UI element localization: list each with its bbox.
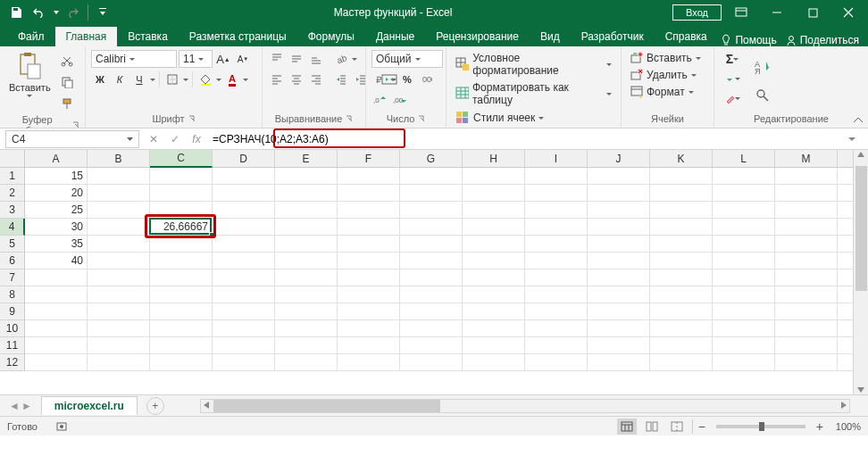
cell[interactable] <box>463 303 525 320</box>
cell[interactable] <box>713 303 775 320</box>
cell[interactable] <box>150 202 213 219</box>
cell[interactable] <box>400 168 463 185</box>
collapse-ribbon-icon[interactable] <box>852 113 864 126</box>
cell[interactable] <box>463 168 525 185</box>
font-color-icon[interactable]: A <box>223 70 241 88</box>
cell[interactable] <box>88 202 150 219</box>
cell[interactable] <box>338 253 400 269</box>
cell[interactable] <box>588 354 650 371</box>
tab-layout[interactable]: Разметка страницы <box>179 27 297 46</box>
close-icon[interactable] <box>832 0 864 25</box>
dialog-launcher-icon[interactable] <box>72 121 79 129</box>
cell[interactable] <box>588 320 650 337</box>
scroll-left-icon[interactable] <box>204 402 209 409</box>
row-headers[interactable]: 123456789101112 <box>0 168 25 371</box>
vertical-scrollbar[interactable] <box>853 150 868 394</box>
cell[interactable] <box>275 320 338 337</box>
cell[interactable] <box>275 236 338 253</box>
row-header[interactable]: 12 <box>0 354 25 371</box>
cell[interactable]: 20 <box>25 185 88 202</box>
cell[interactable]: 40 <box>25 253 88 269</box>
new-sheet-button[interactable]: + <box>146 397 164 415</box>
page-layout-view-icon[interactable] <box>642 419 662 435</box>
cell[interactable]: 25 <box>25 202 88 219</box>
cell[interactable] <box>338 286 400 303</box>
cell[interactable] <box>650 168 713 185</box>
delete-cells-button[interactable]: Удалить <box>627 67 705 83</box>
sheet-nav-prev-icon[interactable]: ◄ <box>9 400 20 412</box>
cell[interactable]: 35 <box>25 236 88 253</box>
scroll-up-icon[interactable] <box>857 152 864 157</box>
align-middle-icon[interactable] <box>288 50 305 68</box>
row-header[interactable]: 9 <box>0 303 25 320</box>
cell[interactable] <box>713 219 775 236</box>
column-header[interactable]: D <box>213 150 275 168</box>
cell[interactable] <box>338 202 400 219</box>
number-format-combo[interactable]: Общий <box>371 50 443 68</box>
share-button[interactable]: Поделиться <box>786 34 859 46</box>
cell[interactable] <box>525 219 588 236</box>
cell[interactable] <box>713 286 775 303</box>
login-button[interactable]: Вход <box>672 4 722 21</box>
maximize-icon[interactable] <box>797 0 829 25</box>
cell[interactable] <box>525 337 588 354</box>
cell[interactable] <box>150 354 213 371</box>
column-header[interactable]: K <box>650 150 713 168</box>
tell-me-button[interactable]: Помощь <box>721 34 776 46</box>
cell[interactable] <box>150 320 213 337</box>
cell[interactable] <box>713 337 775 354</box>
cell[interactable] <box>713 202 775 219</box>
align-bottom-icon[interactable] <box>307 50 325 68</box>
cell[interactable] <box>775 303 838 320</box>
cell[interactable] <box>463 286 525 303</box>
increase-font-icon[interactable]: A▲ <box>214 50 232 68</box>
scroll-thumb[interactable] <box>855 166 867 291</box>
scroll-thumb[interactable] <box>213 400 440 412</box>
cell[interactable] <box>338 219 400 236</box>
cell[interactable] <box>525 286 588 303</box>
fill-icon[interactable] <box>720 70 745 87</box>
cell[interactable] <box>213 202 275 219</box>
undo-icon[interactable] <box>29 2 50 23</box>
row-header[interactable]: 4 <box>0 219 25 236</box>
cell[interactable] <box>88 320 150 337</box>
column-header[interactable]: C <box>150 150 213 168</box>
cell[interactable] <box>588 253 650 269</box>
zoom-out-icon[interactable]: − <box>698 419 705 434</box>
cell[interactable] <box>400 253 463 269</box>
cell[interactable] <box>150 269 213 286</box>
column-header[interactable]: H <box>463 150 525 168</box>
decrease-decimal-icon[interactable]: ,00 <box>391 91 409 109</box>
cell[interactable] <box>400 303 463 320</box>
tab-home[interactable]: Главная <box>55 27 118 46</box>
cell[interactable] <box>525 185 588 202</box>
cell[interactable] <box>775 236 838 253</box>
cell[interactable]: 30 <box>25 219 88 236</box>
cell[interactable] <box>25 337 88 354</box>
cell[interactable] <box>650 253 713 269</box>
ribbon-display-icon[interactable] <box>725 0 757 25</box>
cell[interactable] <box>525 168 588 185</box>
align-top-icon[interactable] <box>268 50 286 68</box>
cell[interactable] <box>525 269 588 286</box>
cell[interactable] <box>213 354 275 371</box>
cell[interactable] <box>463 202 525 219</box>
zoom-in-icon[interactable]: + <box>816 419 823 434</box>
fill-color-icon[interactable] <box>196 70 214 88</box>
undo-dropdown-icon[interactable] <box>52 2 61 23</box>
zoom-thumb[interactable] <box>759 422 764 431</box>
cell[interactable] <box>463 219 525 236</box>
cell[interactable] <box>338 337 400 354</box>
cell[interactable] <box>213 320 275 337</box>
row-header[interactable]: 6 <box>0 253 25 269</box>
borders-icon[interactable] <box>163 70 181 88</box>
autosum-icon[interactable]: Σ <box>720 50 745 68</box>
minimize-icon[interactable] <box>761 0 793 25</box>
cell[interactable] <box>775 286 838 303</box>
select-all-button[interactable] <box>0 150 25 168</box>
cell[interactable] <box>588 269 650 286</box>
cell[interactable] <box>150 185 213 202</box>
cell[interactable] <box>338 269 400 286</box>
cell[interactable] <box>25 286 88 303</box>
comma-format-icon[interactable]: 000 <box>418 70 436 88</box>
